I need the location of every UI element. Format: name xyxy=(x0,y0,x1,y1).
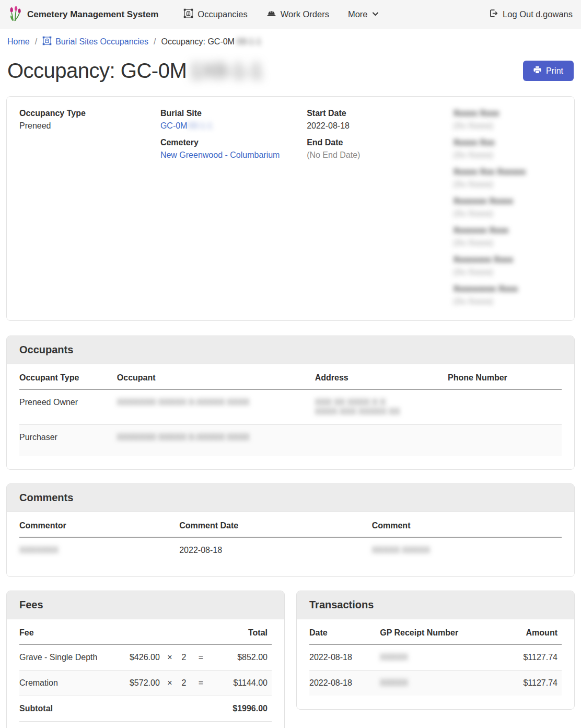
occupant-address xyxy=(315,425,448,456)
transaction-date: 2022-08-18 xyxy=(309,671,380,696)
occupancy-details-card: Occupancy Type Preneed Burial Site GC-0M… xyxy=(6,96,575,321)
nav-work-orders[interactable]: Work Orders xyxy=(259,4,336,25)
occupant-phone xyxy=(448,425,562,456)
details-col-2: Burial Site GC-0MX8-1-1 Cemetery New Gre… xyxy=(160,107,307,312)
hard-hat-icon xyxy=(266,8,276,20)
fee-total: $852.00 xyxy=(212,644,272,671)
fee-name: Cremation xyxy=(19,671,115,696)
cemetery-link[interactable]: New Greenwood - Columbarium xyxy=(160,151,280,159)
comment-date: 2022-08-18 xyxy=(179,537,371,563)
occupant-type: Preneed Owner xyxy=(19,389,117,425)
col-gp-receipt-number: GP Receipt Number xyxy=(380,620,491,644)
tulips-icon xyxy=(8,6,22,24)
occupancy-type-value: Preneed xyxy=(19,120,160,132)
transaction-row: 2022-08-18 XXXXX $1127.74 xyxy=(309,644,562,671)
col-address: Address xyxy=(315,365,448,389)
page-title: Occupancy: GC-0M 1X8-1-1 xyxy=(7,59,262,83)
occupant-type: Purchaser xyxy=(19,425,117,456)
occupants-title: Occupants xyxy=(7,336,574,364)
fees-table: Fee Total Grave - Single Depth $426.00 ×… xyxy=(19,620,272,728)
fee-multiply: × 2 xyxy=(164,671,194,696)
logout-button[interactable]: Log Out d.gowans xyxy=(489,9,573,20)
breadcrumb-current-redacted: X8-1-1 xyxy=(236,37,261,47)
col-fee: Fee xyxy=(19,620,212,644)
transaction-date: 2022-08-18 xyxy=(309,644,380,671)
occupancy-type-label: Occupancy Type xyxy=(19,107,160,120)
nav-occupancies[interactable]: Occupancies xyxy=(176,4,254,25)
nav-more-label: More xyxy=(348,9,368,19)
nav-more[interactable]: More xyxy=(341,5,386,24)
transactions-table: Date GP Receipt Number Amount 2022-08-18… xyxy=(309,620,562,696)
fee-equals: = xyxy=(194,671,212,696)
details-col-3: Start Date 2022-08-18 End Date (No End D… xyxy=(307,107,453,312)
col-total: Total xyxy=(212,620,272,644)
tax-value: $259.48 xyxy=(212,722,272,728)
breadcrumb-occupancies-label: Burial Sites Occupancies xyxy=(55,37,148,47)
redacted-field: Xxxxx Xxx Xxxxxx (Xx Xxxxx) xyxy=(453,166,562,191)
cemetery-field: Cemetery New Greenwood - Columbarium xyxy=(160,136,307,161)
col-comment: Comment xyxy=(372,513,562,537)
print-button-label: Print xyxy=(546,66,563,76)
app-title: Cemetery Management System xyxy=(27,9,158,20)
burial-site-field: Burial Site GC-0MX8-1-1 xyxy=(160,107,307,132)
headstone-frame-icon xyxy=(183,8,193,20)
occupant-row: Preneed Owner XXXXXXX XXXXX X-XXXXX XXXX… xyxy=(19,389,562,425)
fee-price: $426.00 xyxy=(115,644,164,671)
start-date-field: Start Date 2022-08-18 xyxy=(307,107,453,132)
fee-price: $572.00 xyxy=(115,671,164,696)
subtotal-value: $1996.00 xyxy=(212,696,272,722)
logout-label: Log Out d.gowans xyxy=(503,9,573,19)
subtotal-row: Subtotal $1996.00 xyxy=(19,696,272,722)
details-col-4-redacted: Xxxxx Xxxx (Xx Xxxxx) Xxxxx Xxx (Xx Xxxx… xyxy=(453,107,562,312)
occupants-table: Occupant Type Occupant Address Phone Num… xyxy=(19,365,562,456)
transaction-row: 2022-08-18 XXXXX $1127.74 xyxy=(309,671,562,696)
col-comment-date: Comment Date xyxy=(179,513,371,537)
subtotal-label: Subtotal xyxy=(19,696,212,722)
fees-title: Fees xyxy=(7,591,284,619)
col-phone-number: Phone Number xyxy=(448,365,562,389)
breadcrumb-home-link[interactable]: Home xyxy=(7,37,30,47)
occupancy-type-field: Occupancy Type Preneed xyxy=(19,107,160,132)
redacted-field: Xxxxx Xxx (Xx Xxxxx) xyxy=(453,136,562,161)
start-date-label: Start Date xyxy=(307,107,453,120)
brand[interactable]: Cemetery Management System xyxy=(8,6,158,24)
occupant-name-redacted: XXXXXXX XXXXX X-XXXXX XXXX xyxy=(117,433,249,442)
page-title-redacted: 1X8-1-1 xyxy=(190,59,262,83)
occupant-name-redacted: XXXXXXX XXXXX X-XXXXX XXXX xyxy=(117,398,249,407)
burial-site-label: Burial Site xyxy=(160,107,307,120)
receipt-number-redacted: XXXXX xyxy=(380,653,408,662)
cemetery-label: Cemetery xyxy=(160,136,307,149)
nav-work-orders-label: Work Orders xyxy=(281,9,329,19)
receipt-number-redacted: XXXXX xyxy=(380,678,408,687)
print-button[interactable]: Print xyxy=(523,61,574,81)
occupant-address-redacted: XXX XX XXXX X X XXXX XXX XXXXX XX xyxy=(315,389,448,425)
breadcrumb-occupancies-link[interactable]: Burial Sites Occupancies xyxy=(42,36,148,48)
fee-multiply: × 2 xyxy=(164,644,194,671)
col-amount: Amount xyxy=(491,620,562,644)
comments-table: Commentor Comment Date Comment XXXXXXX 2… xyxy=(19,513,562,563)
transaction-amount: $1127.74 xyxy=(491,671,562,696)
transaction-amount: $1127.74 xyxy=(491,644,562,671)
end-date-field: End Date (No End Date) xyxy=(307,136,453,161)
headstone-frame-icon xyxy=(42,36,52,48)
breadcrumb: Home / Burial Sites Occupancies / Occupa… xyxy=(0,29,581,53)
fee-row: Grave - Single Depth $426.00 × 2 = $852.… xyxy=(19,644,272,671)
fee-equals: = xyxy=(194,644,212,671)
nav-occupancies-label: Occupancies xyxy=(197,9,247,19)
details-col-1: Occupancy Type Preneed xyxy=(19,107,160,312)
comments-card: Comments Commentor Comment Date Comment … xyxy=(6,483,575,577)
redacted-field: Xxxxx Xxxx (Xx Xxxxx) xyxy=(453,107,562,132)
chevron-down-icon xyxy=(372,9,379,19)
fee-total: $1144.00 xyxy=(212,671,272,696)
top-navbar: Cemetery Management System Occupancies W xyxy=(0,0,581,29)
breadcrumb-current: Occupancy: GC-0M X8-1-1 xyxy=(161,37,261,47)
end-date-label: End Date xyxy=(307,136,453,149)
breadcrumb-separator: / xyxy=(35,37,37,47)
burial-site-link[interactable]: GC-0MX8-1-1 xyxy=(160,121,213,130)
printer-icon xyxy=(533,66,541,76)
transactions-card: Transactions Date GP Receipt Number Amou… xyxy=(296,591,575,710)
col-occupant-type: Occupant Type xyxy=(19,365,117,389)
col-commentor: Commentor xyxy=(19,513,179,537)
redacted-field: Xxxxxxxx Xxxx (Xx Xxxxx) xyxy=(453,253,562,279)
fee-name: Grave - Single Depth xyxy=(19,644,115,671)
